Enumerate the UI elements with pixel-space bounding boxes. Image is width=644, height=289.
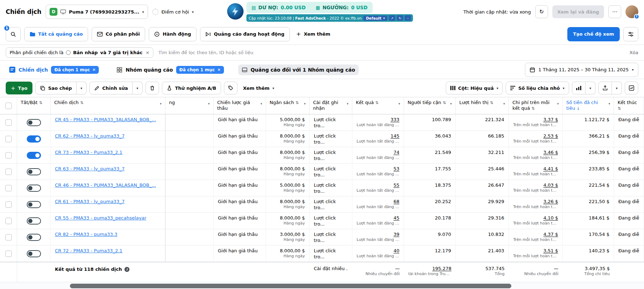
edit-menu-button[interactable]: ▾ <box>133 82 143 94</box>
col-attribution[interactable]: Cài đặt ghi nhận ▾ <box>310 97 352 114</box>
campaigns-selected-chip[interactable]: Đã chọn 1 mục × <box>51 66 99 74</box>
tab-campaigns[interactable]: Chiến dịch Đã chọn 1 mục × <box>6 63 102 76</box>
opportunity-score[interactable]: Điểm cơ hội ▾ <box>152 9 194 15</box>
info-icon[interactable]: i <box>124 267 129 272</box>
filter-caret-icon[interactable]: ▾ <box>347 101 348 107</box>
campaign-link[interactable]: CR 73 - PMA33 - Puma33_2.1 <box>55 149 161 155</box>
more-actions-button[interactable]: Xem thêm ▾ <box>240 81 277 95</box>
campaign-link[interactable]: CR 55 - PMA33 - puma33_pecahselayar <box>55 215 161 221</box>
date-range-picker[interactable]: 1 Tháng 11, 2025 – 30 Tháng 11, 2025 ▾ <box>525 63 638 77</box>
campaign-link[interactable]: CR 45 - PMA33 - PUMA33_3ALASAN_BOB_... <box>55 117 161 123</box>
tab-all-ads[interactable]: Tất cả quảng cáo <box>24 27 88 41</box>
tag-button[interactable] <box>224 82 237 94</box>
filter-caret-icon[interactable]: ▾ <box>557 101 559 107</box>
charts-menu-button[interactable]: ▾ <box>586 82 596 94</box>
duplicate-menu-button[interactable]: ▾ <box>77 82 87 94</box>
filter-caret-icon[interactable]: ▾ <box>450 101 452 107</box>
row-checkbox[interactable] <box>5 169 12 175</box>
export-menu-button[interactable]: ▾ <box>612 82 622 94</box>
campaign-toggle[interactable] <box>27 119 41 126</box>
remove-filter-icon[interactable]: × <box>145 50 149 55</box>
tab-had-delivery[interactable]: Có phân phối <box>92 27 145 41</box>
campaign-toggle[interactable] <box>27 135 41 143</box>
export-button[interactable] <box>598 82 612 94</box>
view-settings-button[interactable] <box>623 27 638 41</box>
col-bid-strategy[interactable]: Chiến lược giá thầu ▾ <box>214 97 266 114</box>
edit-button[interactable]: Chỉnh sửa <box>90 82 133 94</box>
campaign-link[interactable]: CR 63 - PMA33 - lv_puma33_7 <box>55 166 161 172</box>
close-icon[interactable]: × <box>217 67 220 72</box>
filter-caret-icon[interactable]: ▾ <box>304 101 306 107</box>
tab-active-ads[interactable]: Quảng cáo đang hoạt động <box>200 27 290 41</box>
filter-caret-icon[interactable]: ▾ <box>160 101 162 107</box>
popout-icon[interactable]: ↗ <box>389 15 395 21</box>
row-checkbox[interactable] <box>5 201 12 208</box>
campaign-link[interactable]: CR 62 - PMA33 - lv_puma33_7 <box>55 133 161 139</box>
row-checkbox[interactable] <box>5 136 12 142</box>
col-budget[interactable]: Ngân sách ⇅ ▾ <box>266 97 310 114</box>
row-checkbox[interactable] <box>5 185 12 191</box>
refresh-icon[interactable]: ↻ <box>397 15 403 21</box>
adscheck-profile-select[interactable]: Default ▾ <box>363 16 387 21</box>
col-end[interactable]: Kết thúc ⇅ <box>614 97 644 114</box>
partial-cell <box>165 131 214 147</box>
filter-caret-icon[interactable]: ▾ <box>398 101 400 107</box>
campaign-toggle[interactable] <box>27 152 41 159</box>
filter-chip[interactable]: Phân phối chiến dịch là Bản nháp và 7 gi… <box>6 47 153 58</box>
row-checkbox[interactable] <box>5 152 12 159</box>
col-impressions[interactable]: Lượt hiển thị ⇅ ▾ <box>456 97 509 114</box>
minimize-icon[interactable]: – <box>405 15 411 21</box>
campaign-link[interactable]: CR 46 - PMA33 - PUMA33_3ALASAN_BOB_... <box>55 182 161 188</box>
col-reach[interactable]: Người tiếp cận ⇅ ▾ <box>404 97 456 114</box>
campaign-toggle[interactable] <box>27 201 41 208</box>
ab-test-button[interactable]: Thử nghiệm A/B <box>162 82 221 94</box>
see-more-tabs-button[interactable]: + Xem thêm <box>293 27 333 41</box>
campaign-link[interactable]: CR 82 - PMA33 - puma33.3 <box>55 231 161 237</box>
campaign-toggle[interactable] <box>27 168 41 175</box>
tab-action[interactable]: Hành động <box>149 27 196 41</box>
filter-caret-icon[interactable]: ▾ <box>608 101 610 107</box>
select-all-checkbox[interactable] <box>5 103 12 109</box>
columns-button[interactable]: Cột: Hiệu quả ▾ <box>446 82 503 94</box>
create-button[interactable]: + Tạo <box>6 82 32 94</box>
clear-filters-button[interactable]: Xóa <box>629 50 638 55</box>
campaign-toggle[interactable] <box>27 217 41 225</box>
row-checkbox[interactable] <box>5 234 12 241</box>
col-partial[interactable]: ng ▾ <box>165 97 214 114</box>
avatar[interactable]: f <box>625 5 638 18</box>
reports-button[interactable] <box>625 82 638 94</box>
tab-adsets[interactable]: Nhóm quảng cáo Đã chọn 1 mục × <box>113 63 227 76</box>
row-checkbox[interactable] <box>5 251 12 257</box>
scrollbar-thumb[interactable] <box>70 284 511 288</box>
duplicate-button[interactable]: Sao chép <box>35 82 77 94</box>
review-publish-button[interactable]: Xem lại và đăng <box>552 5 604 18</box>
col-toggle[interactable]: Tắt/Bật ⇅ <box>17 97 51 114</box>
campaign-link[interactable]: CR 72 - PMA33 - Puma33_2.1 <box>55 248 161 254</box>
col-campaign[interactable]: Chiến dịch ⇅ ▾ <box>51 97 165 114</box>
search-button[interactable]: 1 <box>6 27 21 41</box>
col-results[interactable]: Kết quả ⇅ ▾ <box>352 97 404 114</box>
filter-caret-icon[interactable]: ▾ <box>503 101 505 107</box>
filter-search-input[interactable] <box>158 50 624 55</box>
close-icon[interactable]: × <box>92 67 96 72</box>
filter-caret-icon[interactable]: ▾ <box>208 101 210 107</box>
more-options-button[interactable]: ⋯ <box>608 5 621 18</box>
row-checkbox[interactable] <box>5 218 12 224</box>
adsets-selected-chip[interactable]: Đã chọn 1 mục × <box>176 66 224 74</box>
campaign-link[interactable]: CR 61 - PMA33 - lv_puma33_7 <box>55 198 161 205</box>
create-view-button[interactable]: Tạo chế độ xem <box>567 27 620 41</box>
charts-button[interactable] <box>572 82 586 94</box>
campaign-toggle[interactable] <box>27 250 41 257</box>
breakdown-button[interactable]: Số liệu chia nhỏ ▾ <box>506 82 569 94</box>
filter-caret-icon[interactable]: ▾ <box>260 101 262 107</box>
refresh-button[interactable]: ↻ <box>535 5 548 18</box>
col-cost-per-result[interactable]: Chi phí trên mỗi kết quả ⇅ ▾ <box>509 97 563 114</box>
delete-button[interactable] <box>145 82 159 94</box>
account-selector[interactable]: D Puma 7 (7699302293275... ▾ <box>46 5 148 19</box>
campaign-toggle[interactable] <box>27 234 41 241</box>
tab-ads[interactable]: Quảng cáo đối với 1 Nhóm quảng cáo <box>238 64 359 75</box>
campaign-toggle[interactable] <box>27 185 41 192</box>
horizontal-scrollbar[interactable] <box>0 282 644 289</box>
col-amount-spent[interactable]: Số tiền đã chi tiêu ↓ ▾ <box>563 97 614 114</box>
row-checkbox[interactable] <box>5 119 12 126</box>
